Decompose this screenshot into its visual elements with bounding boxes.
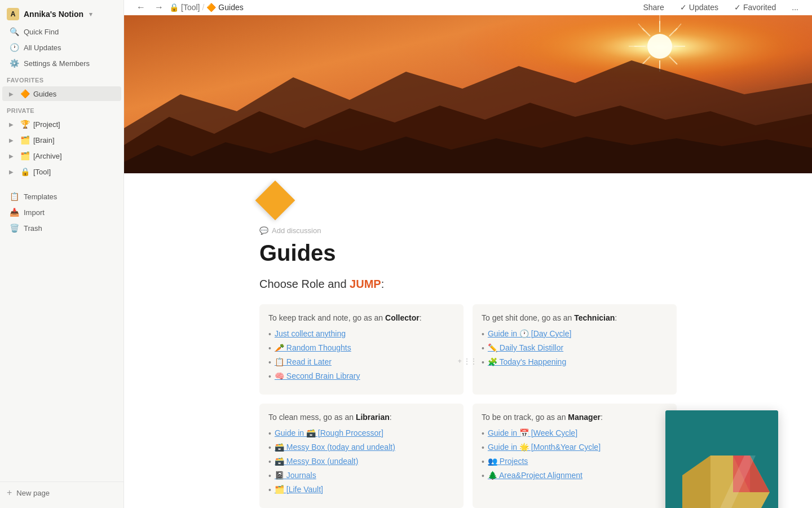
daily-task-link[interactable]: ✏️ Daily Task Distillor [488,343,563,352]
sidebar-all-updates[interactable]: 🕐 All Updates [2,40,121,55]
sidebar: A Annika's Notion ▾ 🔍 Quick Find 🕐 All U… [0,0,124,508]
sidebar-item-archive[interactable]: ▶ 🗂️ [Archive] [2,148,121,163]
favorited-button[interactable]: ✓ Favorited [730,1,780,14]
month-year-link[interactable]: Guide in 🌟 [Month&Year Cycle] [488,443,601,452]
settings-label: Settings & Members [24,59,90,68]
librarian-list: Guide in 🗃️ [Rough Processor] 🗃️ Messy B… [268,428,454,494]
list-item: Guide in 🌟 [Month&Year Cycle] [482,443,668,452]
import-icon: 📥 [9,208,19,217]
share-button[interactable]: Share [638,1,668,14]
import-label: Import [24,208,45,217]
todays-happening-link[interactable]: 🧩 Today's Happening [488,357,566,366]
manager-suffix: : [601,413,603,422]
discussion-icon: 💬 [259,226,268,235]
updates-button[interactable]: ✓ Updates [676,1,723,14]
workspace-avatar: A [7,8,19,20]
technician-box: To get shit done, go as an Technician: G… [473,304,677,395]
list-item: 📋 Read it Later + ⋮⋮ [268,357,454,367]
page-body: 💬 Add discussion Guides Choose Role and … [214,173,722,508]
week-cycle-link[interactable]: Guide in 📅 [Week Cycle] [488,428,577,437]
projects-link[interactable]: 👥 Projects [488,457,528,466]
area-project-link[interactable]: 🌲 Area&Project Alignment [488,471,582,480]
expand-icon-brain: ▶ [9,137,17,143]
sidebar-trash[interactable]: 🗑️ Trash [2,221,121,235]
librarian-bold: Librarian [356,413,390,422]
svg-point-2 [647,34,672,59]
list-item: Guide in 🗃️ [Rough Processor] [268,428,454,438]
day-cycle-link[interactable]: Guide in 🕐 [Day Cycle] [488,329,572,338]
second-brain-link[interactable]: 🧠 Second Brain Library [275,371,360,380]
expand-icon-archive: ▶ [9,153,17,159]
manager-box: To be on track, go as an Manager: Guide … [473,404,677,508]
share-label: Share [643,3,664,12]
sidebar-settings[interactable]: ⚙️ Settings & Members [2,56,121,71]
main-content: ← → 🔒 [Tool] / 🔶 Guides Share ✓ Updates [124,0,812,508]
just-collect-link[interactable]: Just collect anything [275,329,346,338]
forward-button[interactable]: → [151,0,167,15]
random-thoughts-link[interactable]: 🥕 Random Thoughts [275,343,351,352]
sidebar-item-tool[interactable]: ▶ 🔒 [Tool] [2,164,121,179]
sidebar-item-guides[interactable]: ▶ 🔶 Guides [2,86,121,101]
manager-bold: Manager [568,413,601,422]
new-page-icon: + [7,488,12,498]
technician-title: To get shit done, go as an Technician: [482,313,668,322]
add-discussion[interactable]: 💬 Add discussion [259,226,677,235]
back-button[interactable]: ← [133,0,149,15]
guides-breadcrumb-emoji: 🔶 [206,3,216,12]
workspace-header[interactable]: A Annika's Notion ▾ [0,5,123,24]
expand-icon-project: ▶ [9,121,17,128]
sidebar-import[interactable]: 📥 Import [2,205,121,220]
decoration-svg [665,410,778,508]
messy-box-today-link[interactable]: 🗃️ Messy Box (today and undealt) [275,443,395,452]
page-icon [259,185,291,216]
sidebar-quick-find[interactable]: 🔍 Quick Find [2,24,121,39]
quick-find-label: Quick Find [24,28,59,36]
sidebar-item-brain[interactable]: ▶ 🗂️ [Brain] [2,133,121,147]
more-button[interactable]: ... [787,1,803,14]
diamond-icon [255,181,295,221]
list-item: 🌲 Area&Project Alignment [482,471,668,480]
brain-label: [Brain] [33,136,55,144]
list-item: 📓 Journals [268,471,454,480]
expand-icon-tool: ▶ [9,169,17,175]
jump-text: JUMP [350,278,381,290]
topbar-right: Share ✓ Updates ✓ Favorited ... [638,1,803,14]
messy-box-link[interactable]: 🗃️ Messy Box (undealt) [275,457,359,466]
private-label: PRIVATE [0,102,123,116]
floating-decoration: 知乎 @Annika [665,410,778,508]
breadcrumb-tool[interactable]: 🔒 [Tool] [169,3,200,12]
list-item: 👥 Projects [482,457,668,466]
checkmark-icon: ✓ [680,3,687,12]
read-later-link[interactable]: 📋 Read it Later [275,357,332,366]
rough-processor-link[interactable]: Guide in 🗃️ [Rough Processor] [275,428,383,437]
page-wrapper: 💬 Add discussion Guides Choose Role and … [124,173,812,508]
list-item: 🧩 Today's Happening [482,357,668,367]
list-item: Guide in 📅 [Week Cycle] [482,428,668,438]
project-emoji: 🏆 [20,120,30,129]
archive-emoji: 🗂️ [20,151,30,160]
expand-icon-guides: ▶ [9,91,17,97]
subtitle-suffix: : [381,278,385,290]
collector-box: To keep track and note, go as an Collect… [259,304,464,395]
librarian-prefix: To clean mess, go as an [268,413,356,422]
technician-suffix: : [615,313,617,322]
manager-title: To be on track, go as an Manager: [482,413,668,422]
list-item: 🗂️ [Life Vault] [268,485,454,494]
settings-icon: ⚙️ [9,59,19,68]
updates-icon: 🕐 [9,43,19,52]
new-page-button[interactable]: + New page [0,484,123,501]
more-icon: ... [792,3,798,12]
technician-prefix: To get shit done, go as an [482,313,574,322]
journals-link[interactable]: 📓 Journals [275,471,316,480]
sidebar-item-project[interactable]: ▶ 🏆 [Project] [2,117,121,132]
technician-list: Guide in 🕐 [Day Cycle] ✏️ Daily Task Dis… [482,329,668,367]
guide-columns-row2: To clean mess, go as an Librarian: Guide… [259,404,677,508]
life-vault-link[interactable]: 🗂️ [Life Vault] [275,485,323,494]
sidebar-templates[interactable]: 📋 Templates [2,189,121,204]
templates-icon: 📋 [9,192,19,201]
sidebar-bottom: + New page [0,481,123,503]
add-discussion-label: Add discussion [272,226,321,235]
breadcrumb: 🔒 [Tool] / 🔶 Guides [169,3,244,12]
search-icon: 🔍 [9,27,19,36]
breadcrumb-guides[interactable]: 🔶 Guides [206,3,243,12]
